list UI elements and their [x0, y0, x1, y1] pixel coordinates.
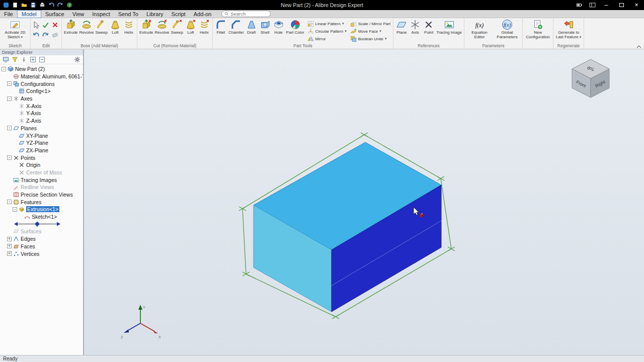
tree-item-xy-plane[interactable]: XY-Plane — [0, 132, 83, 139]
3d-canvas[interactable] — [84, 49, 644, 355]
menu-item-library[interactable]: Library — [142, 10, 168, 18]
tree-expander[interactable]: - — [7, 81, 12, 86]
help-icon[interactable]: ? — [66, 2, 73, 9]
tree-item-zx-plane[interactable]: ZX-Plane — [0, 147, 83, 154]
view-cube[interactable]: Top Front Right — [569, 56, 614, 102]
tree-item-extrusion-1[interactable]: -Extrusion<1> — [0, 206, 83, 213]
search-input[interactable] — [230, 11, 266, 17]
tree-expander[interactable]: + — [7, 244, 12, 248]
extrude-button[interactable]: Extrude — [139, 19, 154, 35]
open-icon[interactable] — [21, 2, 28, 9]
check-button[interactable] — [42, 21, 50, 30]
tree-item-faces[interactable]: +Faces — [0, 243, 83, 250]
global-parameters-button[interactable]: f(x)Global Parameters — [494, 19, 521, 40]
helix-button[interactable]: Helix — [198, 19, 211, 35]
save-icon[interactable] — [30, 2, 37, 9]
activate-2d-sketch-button[interactable]: Activate 2D Sketch ▾ — [2, 19, 29, 40]
menu-item-send-to[interactable]: Send To — [114, 10, 142, 18]
tree-item-config-1[interactable]: Config<1> — [0, 87, 83, 95]
tree-item-sketch-1[interactable]: Sketch<1> — [0, 213, 83, 221]
boolean-unite-button[interactable]: Boolean Unite▾ — [350, 35, 390, 42]
tree-item-axes[interactable]: -Axes — [0, 95, 83, 103]
menu-item-file[interactable]: File — [0, 10, 17, 18]
redo-button[interactable] — [42, 31, 50, 39]
collapse-all-button[interactable] — [39, 56, 45, 63]
tree-item-precise-section-views[interactable]: Precise Section Views — [0, 191, 83, 199]
tree-item-y-axis[interactable]: Y-Axis — [0, 110, 83, 117]
viewport[interactable]: Top Front Right Y X Z — [84, 49, 644, 355]
extrude-button[interactable]: Extrude — [63, 19, 78, 35]
menu-item-surface[interactable]: Surface — [41, 10, 68, 18]
explorer-settings-button[interactable] — [74, 56, 80, 63]
tree-item-configurations[interactable]: -Configurations — [0, 80, 83, 87]
tree-item-vertices[interactable]: +Vertices — [0, 250, 83, 257]
point-button[interactable]: Point — [422, 19, 435, 35]
tree-expander[interactable]: - — [2, 67, 6, 71]
feature-timeline[interactable] — [0, 220, 83, 228]
hole-button[interactable]: Hole — [272, 19, 285, 35]
tree-expander[interactable]: - — [13, 207, 17, 212]
tree-item-tracing-images[interactable]: Tracing Images — [0, 176, 83, 184]
tree-item-center-of-mass[interactable]: Center of Mass — [0, 169, 83, 176]
menu-item-inspect[interactable]: Inspect — [88, 10, 114, 18]
undo-icon[interactable] — [48, 2, 55, 9]
revolve-button[interactable]: Revolve — [79, 19, 95, 35]
tree-expander[interactable]: + — [7, 237, 12, 241]
fillet-button[interactable]: Fillet — [214, 19, 227, 35]
tree-item-points[interactable]: -Points — [0, 154, 83, 161]
layout-icon[interactable] — [586, 0, 599, 10]
axis-button[interactable]: Axis — [409, 19, 422, 35]
draft-button[interactable]: Draft — [245, 19, 258, 35]
move-face-button[interactable]: Move Face▾ — [350, 28, 390, 35]
tree-item-edges[interactable]: +Edges — [0, 235, 83, 243]
maximize-button[interactable] — [614, 0, 629, 10]
search-box[interactable] — [221, 11, 271, 17]
generate-to-last-feature-button[interactable]: Generate to Last Feature ▾ — [555, 19, 582, 40]
new-configuration-button[interactable]: New Configuration — [524, 19, 551, 40]
tree-expander[interactable]: - — [7, 97, 12, 101]
expand-all-button[interactable] — [30, 56, 36, 63]
scale-mirror-part-button[interactable]: Scale / Mirror Part — [350, 20, 390, 27]
equation-editor-button[interactable]: f(x)Equation Editor — [466, 19, 493, 40]
tree-item-origin[interactable]: Origin — [0, 161, 83, 169]
sweep-button[interactable]: Sweep — [170, 19, 183, 35]
tree-item-x-axis[interactable]: X-Axis — [0, 102, 83, 110]
shell-button[interactable]: Shell — [259, 19, 272, 35]
tree-expander[interactable]: - — [7, 155, 12, 160]
mirror-button[interactable]: Mirror — [307, 35, 347, 42]
helix-button[interactable]: Helix — [122, 19, 135, 35]
tree-item-features[interactable]: -Features — [0, 198, 83, 206]
new-icon[interactable] — [12, 2, 19, 9]
select-button[interactable] — [32, 21, 41, 30]
tree-item-planes[interactable]: -Planes — [0, 125, 83, 132]
tree-expander[interactable]: - — [7, 200, 12, 204]
minimize-button[interactable]: – — [599, 0, 614, 10]
plane-button[interactable]: Plane — [395, 19, 408, 35]
extrusion-solid[interactable] — [254, 142, 441, 312]
loft-button[interactable]: Loft — [109, 19, 122, 35]
close-button[interactable]: × — [629, 0, 644, 10]
tree-item-z-axis[interactable]: Z-Axis — [0, 117, 83, 125]
loft-button[interactable]: Loft — [184, 19, 197, 35]
tree-expander[interactable]: + — [7, 251, 12, 256]
tree-item-yz-plane[interactable]: YZ-Plane — [0, 139, 83, 147]
collapse-ribbon-button[interactable] — [636, 45, 641, 48]
revolve-button[interactable]: Revolve — [154, 19, 170, 35]
tracing-image-button[interactable]: Tracing Image — [436, 19, 462, 35]
app-icon[interactable] — [3, 2, 10, 9]
undo-button[interactable] — [32, 31, 41, 39]
pin-button[interactable] — [21, 56, 27, 63]
linear-pattern-button[interactable]: Linear Pattern▾ — [307, 20, 347, 27]
tree-expander[interactable]: - — [7, 126, 12, 130]
tree-item-material-aluminum-6061-t6[interactable]: Material: Aluminum, 6061-T6 — [0, 73, 83, 80]
cross-button[interactable] — [51, 21, 60, 30]
explorer-view-button[interactable] — [3, 56, 9, 63]
print-icon[interactable] — [39, 2, 46, 9]
filter-button[interactable] — [12, 56, 18, 63]
erase-button[interactable] — [51, 31, 60, 39]
sweep-button[interactable]: Sweep — [95, 19, 108, 35]
tree-item-redline-views[interactable]: Redline Views — [0, 184, 83, 191]
menu-item-add-on[interactable]: Add-on — [190, 10, 215, 18]
menu-item-model[interactable]: Model — [17, 10, 41, 18]
menu-item-script[interactable]: Script — [168, 10, 190, 18]
